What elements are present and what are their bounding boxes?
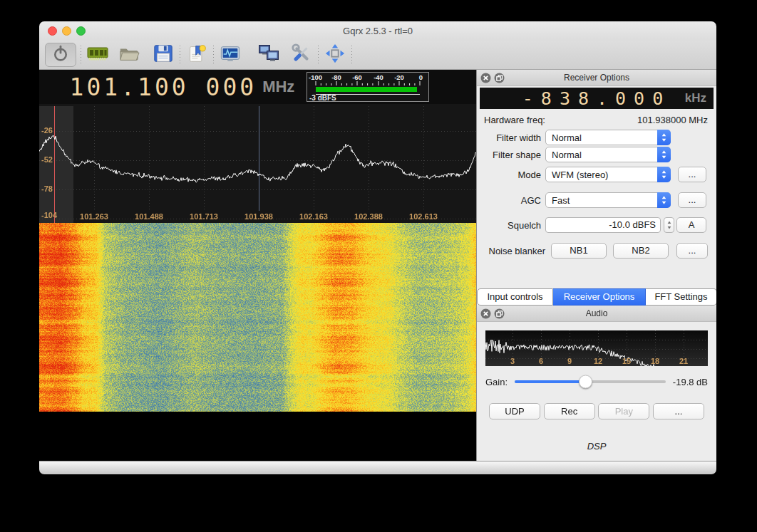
filter-shape-label: Filter shape [483, 150, 541, 160]
audio-options-button[interactable]: ... [653, 403, 704, 419]
waterfall-display [39, 223, 476, 412]
title-bar: Gqrx 2.5.3 - rtl=0 [39, 21, 716, 41]
hardware-freq-value: 101.938000 MHz [637, 115, 708, 125]
spectrum-x-tick: 101.488 [128, 212, 170, 221]
nb-options-button[interactable]: ... [676, 243, 708, 259]
play-button[interactable]: Play [598, 403, 649, 419]
io-devices-button[interactable] [86, 43, 110, 67]
gain-value: -19.8 dB [673, 377, 708, 387]
spectrum-y-tick: -104 [41, 211, 63, 219]
frequency-lcd[interactable]: 101.100 000 MHz [39, 70, 307, 104]
spectrum-plot: -26 -52 -78 -104 101.263 101.488 101.713… [39, 104, 476, 223]
frequency-bar: 101.100 000 MHz -100 -80 -60 -40 -20 0 [39, 70, 476, 104]
meter-value-label: -3 dBFS [309, 94, 336, 101]
squelch-input[interactable]: -10.0 dBFS [545, 217, 661, 233]
gain-slider-handle[interactable] [579, 375, 592, 389]
spectrum-x-tick: 102.388 [347, 212, 390, 221]
squelch-spinner[interactable] [664, 217, 674, 233]
svg-text:0: 0 [419, 73, 423, 81]
mode-options-button[interactable]: ... [678, 167, 706, 182]
panel-title: Audio [477, 308, 716, 318]
agc-select[interactable]: Fast [545, 192, 671, 208]
tools-button[interactable] [289, 43, 314, 67]
receiver-options-header: Receiver Options [477, 70, 716, 86]
load-settings-button[interactable] [117, 43, 141, 67]
chevron-updown-icon [657, 130, 671, 145]
tab-receiver-options[interactable]: Receiver Options [553, 288, 646, 306]
squelch-label: Squelch [483, 220, 541, 231]
svg-text:-20: -20 [394, 73, 404, 81]
meter-scale: -100 -80 -60 -40 -20 0 [307, 73, 428, 101]
toolbar-separator [81, 46, 81, 64]
dsp-status-label: DSP [477, 441, 716, 452]
filter-shape-select[interactable]: Normal [545, 147, 671, 162]
circuit-board-icon [86, 42, 109, 68]
hardware-freq-row: Hardware freq: 101.938000 MHz [477, 114, 716, 125]
filter-shape-row: Filter shape Normal [477, 147, 716, 162]
audio-x-tick: 18 [647, 357, 664, 365]
toolbar-separator [180, 46, 180, 64]
computers-icon [257, 42, 280, 68]
filter-width-label: Filter width [483, 132, 541, 143]
svg-text:-60: -60 [352, 73, 362, 81]
dock-tab-bar: Input controls Receiver Options FFT Sett… [477, 288, 716, 306]
mode-select[interactable]: WFM (stereo) [545, 167, 671, 182]
pan-button[interactable] [323, 43, 347, 67]
nb2-button[interactable]: NB2 [613, 243, 669, 259]
oscilloscope-icon [220, 43, 241, 67]
signal-strength-meter: -100 -80 -60 -40 -20 0 [307, 72, 429, 102]
power-button[interactable] [45, 43, 76, 67]
toolbar-separator [318, 46, 319, 64]
chevron-updown-icon [657, 192, 671, 208]
nb1-button[interactable]: NB1 [551, 243, 607, 259]
audio-buttons-row: UDP Rec Play ... [477, 403, 716, 419]
bookmarks-button[interactable] [185, 43, 209, 67]
waterfall-canvas[interactable] [39, 223, 476, 412]
spectrum-x-tick: 101.263 [73, 212, 115, 221]
power-icon [51, 44, 70, 66]
frequency-digits[interactable]: 101.100 000 [70, 73, 257, 101]
floppy-disk-icon [153, 43, 174, 67]
spectrum-x-tick: 102.613 [402, 212, 445, 221]
chevron-updown-icon [657, 147, 671, 162]
agc-options-button[interactable]: ... [678, 192, 706, 208]
offset-frequency-lcd[interactable]: -838.000 kHz [480, 88, 714, 109]
offset-digits[interactable]: -838.000 [522, 88, 671, 109]
spectrum-display-button[interactable] [218, 43, 242, 67]
hardware-freq-label: Hardware freq: [484, 115, 545, 125]
tab-input-controls[interactable]: Input controls [477, 288, 553, 306]
bookmark-icon [187, 43, 207, 67]
spectrum-canvas[interactable] [39, 104, 476, 223]
spectrum-x-tick: 101.938 [237, 212, 280, 221]
noise-blanker-row: Noise blanker NB1 NB2 ... [477, 243, 716, 259]
panel-title: Receiver Options [477, 73, 716, 83]
remote-control-button[interactable] [257, 43, 281, 67]
save-settings-button[interactable] [151, 43, 175, 67]
move-arrows-icon [324, 43, 346, 67]
udp-button[interactable]: UDP [489, 403, 540, 419]
squelch-row: Squelch -10.0 dBFS A [477, 217, 716, 233]
rec-button[interactable]: Rec [544, 403, 595, 419]
gain-row: Gain: -19.8 dB [477, 375, 716, 389]
spectrum-y-tick: -52 [41, 155, 63, 164]
audio-x-tick: 6 [532, 357, 550, 365]
svg-text:-100: -100 [309, 73, 322, 81]
audio-x-tick: 3 [504, 357, 521, 365]
filter-width-select[interactable]: Normal [545, 130, 671, 145]
tools-icon [291, 43, 312, 67]
svg-text:-40: -40 [374, 73, 383, 81]
toolbar-separator [351, 46, 352, 64]
agc-value: Fast [552, 195, 570, 206]
filter-width-value: Normal [552, 132, 582, 143]
audio-x-tick: 21 [675, 357, 692, 365]
toolbar [39, 41, 716, 70]
toolbar-separator [213, 46, 214, 64]
main-content: 101.100 000 MHz -100 -80 -60 -40 -20 0 [39, 70, 476, 461]
spectrum-y-tick: -78 [41, 184, 63, 193]
window-title: Gqrx 2.5.3 - rtl=0 [39, 26, 716, 36]
gain-slider[interactable] [515, 380, 666, 383]
tab-fft-settings[interactable]: FFT Settings [646, 288, 716, 306]
squelch-auto-button[interactable]: A [676, 217, 706, 233]
agc-label: AGC [483, 195, 541, 206]
svg-text:-80: -80 [331, 73, 341, 81]
